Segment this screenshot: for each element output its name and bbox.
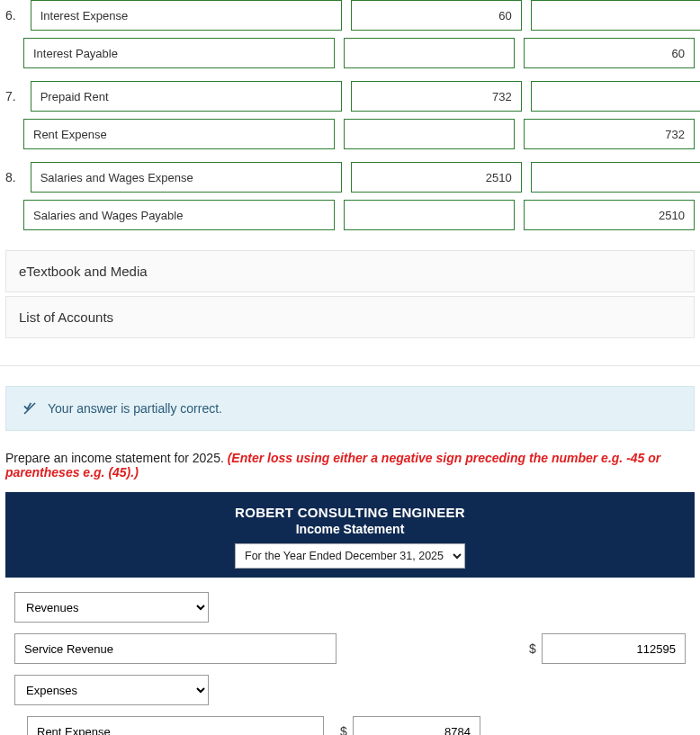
debit-input[interactable]	[344, 200, 515, 230]
journal-row: 6.	[5, 0, 695, 31]
debit-input[interactable]	[344, 38, 515, 68]
journal-row	[5, 38, 695, 68]
debit-input[interactable]	[351, 0, 522, 31]
journal-row: 7.	[5, 81, 695, 112]
journal-entries: 6. 7. 8.	[0, 0, 700, 246]
account-input[interactable]	[23, 200, 335, 230]
status-banner: Your answer is partially correct.	[5, 386, 695, 431]
partial-correct-icon	[22, 401, 37, 416]
currency-symbol: $	[335, 724, 353, 735]
period-select[interactable]: For the Year Ended December 31, 2025	[235, 543, 465, 569]
journal-row	[5, 119, 695, 149]
revenue-value-input[interactable]	[542, 633, 686, 664]
credit-input[interactable]	[531, 162, 700, 193]
currency-symbol: $	[524, 641, 542, 656]
debit-input[interactable]	[344, 119, 515, 149]
credit-input[interactable]	[531, 0, 700, 31]
section-divider	[0, 365, 700, 366]
status-message: Your answer is partially correct.	[48, 401, 222, 416]
income-statement: ROBERT CONSULTING ENGINEER Income Statem…	[5, 492, 695, 735]
credit-input[interactable]	[524, 200, 695, 230]
category-select-revenues[interactable]: Revenues	[14, 592, 209, 623]
statement-body: Revenues $ Expenses $	[5, 578, 695, 735]
category-select-expenses[interactable]: Expenses	[14, 675, 209, 705]
expense-account-input[interactable]	[27, 716, 324, 735]
credit-input[interactable]	[531, 81, 700, 112]
row-number: 7.	[5, 89, 22, 103]
credit-input[interactable]	[524, 38, 695, 68]
expense-value-input[interactable]	[353, 716, 480, 735]
account-input[interactable]	[31, 0, 342, 31]
question-instructions: Prepare an income statement for 2025. (E…	[0, 451, 700, 492]
debit-input[interactable]	[351, 162, 522, 193]
etextbook-media-link[interactable]: eTextbook and Media	[5, 250, 695, 292]
statement-header: ROBERT CONSULTING ENGINEER Income Statem…	[5, 492, 695, 578]
account-input[interactable]	[23, 38, 335, 68]
statement-title: Income Statement	[14, 522, 686, 536]
revenue-account-input[interactable]	[14, 633, 337, 664]
credit-input[interactable]	[524, 119, 695, 149]
row-number: 6.	[5, 8, 22, 22]
row-number: 8.	[5, 170, 22, 184]
instruction-text: Prepare an income statement for 2025.	[5, 451, 228, 465]
list-of-accounts-link[interactable]: List of Accounts	[5, 296, 695, 338]
company-name: ROBERT CONSULTING ENGINEER	[14, 505, 686, 520]
account-input[interactable]	[31, 162, 342, 193]
account-input[interactable]	[31, 81, 342, 112]
debit-input[interactable]	[351, 81, 522, 112]
journal-row: 8.	[5, 162, 695, 193]
account-input[interactable]	[23, 119, 335, 149]
journal-row	[5, 200, 695, 230]
